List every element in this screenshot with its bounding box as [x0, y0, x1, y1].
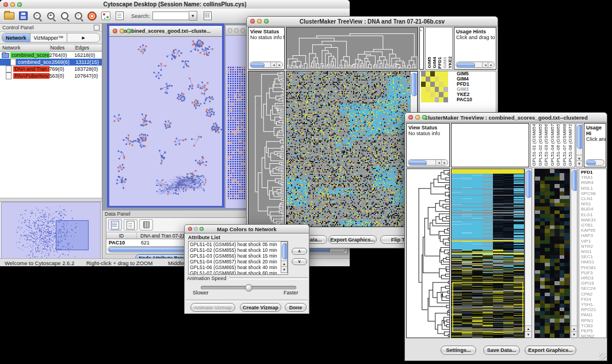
- delete-attribute-icon[interactable]: [139, 219, 153, 231]
- network-view-canvas[interactable]: [109, 37, 222, 206]
- animation-speed-label: Animation Speed: [187, 275, 227, 281]
- minimize-button[interactable]: [415, 115, 420, 120]
- dendro-splitter[interactable]: ▸: [419, 27, 424, 70]
- treeview-dna-button[interactable]: Export Graphics...: [328, 235, 377, 244]
- zoom-button[interactable]: [422, 115, 427, 120]
- minimize-button[interactable]: [10, 2, 15, 7]
- column-label: PFD1: [437, 57, 442, 68]
- float-panel-icon[interactable]: [94, 25, 100, 30]
- network-overview-panel[interactable]: [1, 202, 101, 265]
- network-table-body: combined_scores2764(0)16218(0)combined_s…: [0, 52, 102, 79]
- open-icon[interactable]: [3, 10, 16, 22]
- attribute-item[interactable]: GPL51-02 (GSM855) heat shock 10 min: [189, 247, 288, 253]
- zoom-button[interactable]: [240, 28, 245, 33]
- zoom-out-icon[interactable]: -: [30, 10, 43, 22]
- minimize-button[interactable]: [257, 19, 262, 24]
- search-input[interactable]: [152, 12, 189, 20]
- faster-label: Faster: [284, 290, 299, 296]
- gene-label: MON2: [581, 334, 606, 338]
- close-button[interactable]: [3, 2, 8, 7]
- gene-label: GTB1: [581, 223, 606, 228]
- control-panel-title: Control Panel: [2, 25, 34, 30]
- save-icon[interactable]: [17, 10, 29, 22]
- column-dendrogram[interactable]: [451, 123, 529, 167]
- tab-network[interactable]: Network: [2, 33, 30, 42]
- row-dendrogram[interactable]: [406, 168, 450, 338]
- resize-grip[interactable]: [599, 353, 606, 360]
- attribute-item[interactable]: GPL51-01 (GSM854) heat shock 05 min: [189, 242, 288, 247]
- network-view-title: combined_scores_good.txt--cluste...: [121, 28, 211, 34]
- network-name-cell: combined_scores: [0, 52, 49, 58]
- usage-hints-hscrollbar[interactable]: ◂▸: [456, 62, 495, 68]
- zoom-button[interactable]: [200, 227, 204, 231]
- column-label: GPL51-03 (GSM856): [544, 123, 550, 166]
- slider-thumb[interactable]: [245, 284, 253, 292]
- map-colors-titlebar[interactable]: Map Colors to Network: [185, 225, 309, 233]
- minimize-button[interactable]: [234, 28, 239, 33]
- heatmap-vscrollbar[interactable]: ▲▼: [525, 168, 532, 338]
- treeview-combined-titlebar[interactable]: ClusterMaker TreeView : combined_scores_…: [405, 113, 607, 122]
- zoom-button[interactable]: [17, 2, 22, 7]
- column-labels-panel: GPL51-01 (GSM854)GPL51-02 (GSM855)GPL51-…: [530, 123, 575, 167]
- treeview-combined-button[interactable]: Save Data...: [483, 346, 520, 355]
- slower-label: Slower: [193, 290, 209, 296]
- heatmap-main[interactable]: ▲▼: [286, 71, 418, 227]
- zoom-fit-icon[interactable]: ▫: [72, 10, 85, 22]
- treeview-dna-titlebar[interactable]: ClusterMaker TreeView : DNA and Tran 07-…: [247, 17, 498, 26]
- animation-speed-slider[interactable]: [201, 286, 296, 289]
- network-row[interactable]: RNAPuberNov2563(0)107847(0): [0, 72, 102, 79]
- close-button[interactable]: [228, 28, 232, 33]
- attribute-list-vscrollbar[interactable]: ▲▼: [281, 242, 288, 273]
- column-dendrogram[interactable]: [286, 27, 418, 70]
- view-status-hscrollbar[interactable]: ◂▸: [408, 159, 448, 166]
- annotation-icon[interactable]: [113, 10, 126, 22]
- close-button[interactable]: [188, 227, 192, 231]
- treeview-combined-button[interactable]: Settings...: [441, 346, 476, 355]
- attribute-browser-icon[interactable]: [201, 10, 214, 22]
- close-button[interactable]: [408, 115, 413, 120]
- zoom-heatmap[interactable]: [534, 168, 570, 338]
- done-button[interactable]: Done: [285, 303, 307, 312]
- attribute-item[interactable]: GPL51-04 (GSM857) heat shock 20 min: [189, 259, 288, 265]
- minimize-button[interactable]: [120, 29, 124, 33]
- zoom-selected-icon[interactable]: [58, 10, 71, 22]
- zoom-button[interactable]: [264, 19, 269, 24]
- search-dropdown-icon[interactable]: ▼: [189, 11, 197, 21]
- attribute-item[interactable]: GPL51-03 (GSM856) heat shock 15 min: [189, 253, 288, 259]
- cytoscape-titlebar[interactable]: Cytoscape Desktop (Session Name: collins…: [0, 0, 350, 9]
- help-icon[interactable]: [86, 10, 98, 22]
- attribute-item[interactable]: GPL51-07 (GSM868) heat shock 60 min: [189, 270, 288, 275]
- close-button[interactable]: [113, 29, 117, 33]
- network-nodes: 2569(6): [52, 59, 76, 65]
- tab-vizmapper[interactable]: VizMapper™: [30, 33, 68, 42]
- vizmap-icon[interactable]: [100, 10, 112, 22]
- tab-[interactable]: ▶: [67, 33, 100, 42]
- network-row[interactable]: DNA and Tran 07769(0)183728(0): [0, 66, 102, 72]
- zoom-vscrollbar[interactable]: ▲▼: [571, 168, 577, 338]
- network-edges: 13112(15): [75, 59, 102, 65]
- col-nodes: Nodes: [51, 45, 75, 51]
- treeview-combined-button[interactable]: Export Graphics...: [525, 346, 576, 355]
- attribute-item[interactable]: GPL51-06 (GSM865) heat shock 40 min: [189, 265, 288, 270]
- minimize-button[interactable]: [194, 227, 198, 231]
- zoom-heatmap[interactable]: [421, 71, 448, 102]
- usage-hints-hscrollbar[interactable]: [586, 159, 605, 166]
- close-button[interactable]: [250, 19, 255, 24]
- move-up-button[interactable]: ∧: [292, 248, 307, 255]
- zoom-in-icon[interactable]: +: [44, 10, 57, 22]
- zoom-button[interactable]: [127, 29, 131, 33]
- column-labels-vscrollbar[interactable]: ▲▼: [576, 123, 583, 167]
- network-row[interactable]: combined_scores2764(0)16218(0): [0, 52, 102, 59]
- heatmap-main[interactable]: [451, 168, 525, 338]
- move-down-button[interactable]: ∨: [292, 258, 307, 265]
- network-row[interactable]: combined_sco2569(6)13112(15): [0, 59, 102, 66]
- network-name-cell: combined_sco: [0, 59, 52, 66]
- gene-label: BUD4: [581, 206, 606, 212]
- network-view-titlebar[interactable]: combined_scores_good.txt--cluste...: [109, 26, 222, 37]
- view-status-hscrollbar[interactable]: ◂▸: [250, 62, 283, 68]
- attribute-table-icon[interactable]: [108, 219, 122, 231]
- new-attribute-icon[interactable]: [124, 219, 137, 231]
- row-dendrogram[interactable]: [248, 71, 285, 227]
- window-controls: [3, 2, 22, 7]
- create-vizmap-button[interactable]: Create Vizmap: [240, 303, 281, 312]
